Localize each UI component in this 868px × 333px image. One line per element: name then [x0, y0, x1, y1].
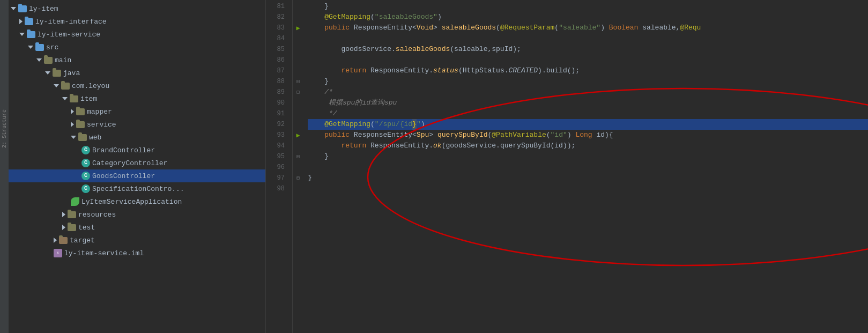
tree-item-java[interactable]: java	[9, 66, 265, 79]
tree-label: ly-item-service	[38, 31, 100, 39]
tree-item-specification-controller[interactable]: C SpecificationContro...	[9, 182, 265, 195]
tree-label: src	[46, 43, 58, 51]
folder-icon	[78, 134, 87, 141]
arrow-right-icon	[62, 212, 65, 217]
code-line-90: 根据spu的id查询spu	[308, 98, 868, 108]
fold-icon[interactable]: ⊞	[296, 153, 300, 160]
folder-icon	[68, 211, 76, 218]
app-icon	[71, 197, 79, 206]
tree-item-mapper[interactable]: mapper	[9, 105, 265, 118]
tree-item-iml[interactable]: i ly-item-service.iml	[9, 247, 265, 260]
code-line-86	[308, 55, 868, 65]
code-line-92: @GetMapping("/spu/{id}")	[308, 119, 868, 130]
tree-label: resources	[78, 211, 116, 219]
tree-item-com-leyou[interactable]: com.leyou	[9, 79, 265, 92]
gutter-87	[293, 65, 303, 76]
tree-item-ly-item-service[interactable]: ly-item-service	[9, 28, 265, 41]
structure-tab[interactable]: 2: Structure	[1, 107, 9, 150]
tree-item-src[interactable]: src	[9, 41, 265, 54]
tree-item-target[interactable]: target	[9, 234, 265, 247]
code-line-96	[308, 162, 868, 173]
gutter-81	[293, 1, 303, 12]
folder-icon	[27, 31, 35, 38]
fold-icon[interactable]: ⊞	[296, 175, 300, 181]
gutter: ▶ ⊞ ⊟ ▶ ⊞ ⊞	[293, 0, 303, 333]
tree-label: target	[70, 236, 95, 245]
folder-icon	[70, 95, 78, 102]
fold-icon[interactable]: ⊞	[296, 78, 300, 85]
tree-item-category-controller[interactable]: C CategoryController	[9, 157, 265, 169]
run-icon[interactable]: ▶	[296, 131, 300, 139]
line-number-89: 89	[266, 87, 288, 98]
code-line-88: }	[308, 76, 868, 87]
tree-item-ly-item-interface[interactable]: ly-item-interface	[9, 15, 265, 28]
line-number-87: 87	[266, 65, 288, 76]
side-tabs: 2: Structure	[0, 0, 9, 333]
line-number-97: 97	[266, 173, 288, 183]
tree-item-ly-item[interactable]: ly-item	[9, 2, 265, 15]
code-line-91: */	[308, 108, 868, 119]
line-number-98: 98	[266, 183, 288, 194]
arrow-down-icon	[19, 33, 25, 36]
tree-label: GoodsController	[92, 172, 155, 180]
class-icon: C	[81, 184, 90, 193]
code-line-81: }	[308, 1, 868, 12]
gutter-91	[293, 108, 303, 119]
code-line-89: /*	[308, 87, 868, 98]
arrow-right-icon	[71, 122, 74, 127]
tree-item-brand-controller[interactable]: C BrandController	[9, 144, 265, 157]
gutter-93[interactable]: ▶	[293, 130, 303, 140]
code-line-87: return ResponseEntity.status(HttpStatus.…	[308, 65, 868, 76]
line-number-95: 95	[266, 151, 288, 162]
gutter-88: ⊞	[293, 76, 303, 87]
folder-icon	[25, 18, 33, 25]
code-line-85: goodsService.saleableGoods(saleable,spuI…	[308, 44, 868, 55]
arrow-right-icon	[62, 225, 65, 230]
gutter-84	[293, 33, 303, 44]
folder-icon	[61, 83, 70, 90]
tree-label: service	[87, 121, 116, 129]
code-area: 81 82 83 84 85 86 87 88 89 90 91 92 93 9…	[266, 0, 868, 333]
folder-icon	[68, 224, 76, 231]
tree-item-item[interactable]: item	[9, 92, 265, 105]
line-number-96: 96	[266, 162, 288, 173]
gutter-92	[293, 119, 303, 130]
fold-icon[interactable]: ⊟	[296, 89, 300, 95]
gutter-83[interactable]: ▶	[293, 23, 303, 33]
folder-icon	[44, 57, 53, 64]
tree-item-ly-item-service-app[interactable]: LyItemServiceApplication	[9, 195, 265, 208]
arrow-right-icon	[71, 109, 74, 114]
arrow-down-icon	[71, 136, 76, 139]
code-content-area[interactable]: } @GetMapping("saleableGoods") public Re…	[303, 0, 868, 333]
tree-item-main[interactable]: main	[9, 54, 265, 66]
arrow-down-icon	[45, 71, 50, 75]
iml-icon: i	[54, 249, 62, 257]
tree-label: LyItemServiceApplication	[81, 198, 182, 206]
line-number-91: 91	[266, 108, 288, 119]
tree-item-resources[interactable]: resources	[9, 208, 265, 221]
code-line-97: }	[308, 173, 868, 183]
tree-item-test[interactable]: test	[9, 221, 265, 234]
run-icon[interactable]: ▶	[296, 24, 300, 32]
code-line-95: }	[308, 151, 868, 162]
gutter-86	[293, 55, 303, 65]
class-icon: C	[81, 172, 90, 180]
file-tree: ly-item ly-item-interface ly-item-servic…	[9, 0, 266, 333]
gutter-85	[293, 44, 303, 55]
line-number-85: 85	[266, 44, 288, 55]
gutter-82	[293, 12, 303, 23]
tree-item-service[interactable]: service	[9, 118, 265, 131]
folder-icon	[18, 5, 27, 12]
folder-icon	[53, 70, 61, 77]
tree-label: ly-item	[29, 5, 58, 13]
folder-icon	[76, 108, 85, 115]
folder-icon	[35, 44, 44, 51]
line-number-92: 92	[266, 119, 288, 130]
gutter-90	[293, 98, 303, 108]
line-number-81: 81	[266, 1, 288, 12]
tree-item-web[interactable]: web	[9, 131, 265, 144]
line-number-83: 83	[266, 23, 288, 33]
tree-label: mapper	[87, 108, 112, 116]
arrow-down-icon	[36, 58, 42, 62]
tree-item-goods-controller[interactable]: C GoodsController	[9, 169, 265, 182]
